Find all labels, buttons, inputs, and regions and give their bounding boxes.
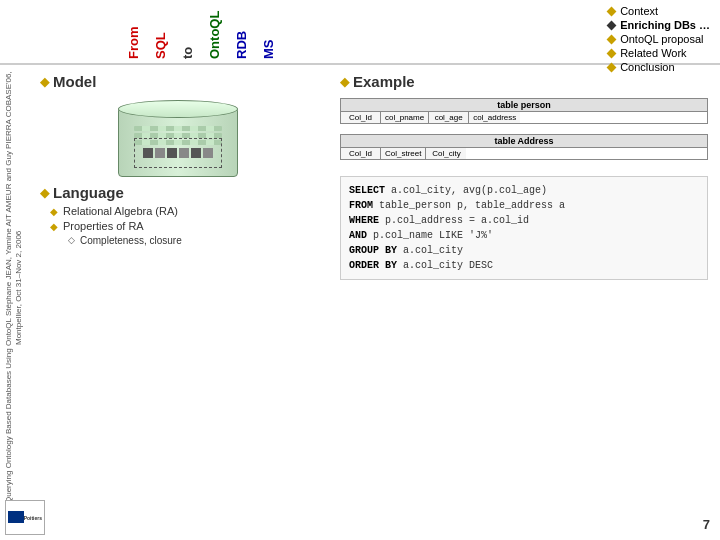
bottom-logos: Poitiers	[5, 500, 45, 535]
sql-text-groupby: a.col_city	[397, 245, 463, 256]
sql-line-2: FROM table_person p, table_address a	[349, 198, 699, 213]
sub-bullet-1: ◇	[68, 235, 75, 245]
block-4	[179, 148, 189, 158]
sql-text-select: a.col_city, avg(p.col_age)	[385, 185, 547, 196]
sql-kw-select: SELECT	[349, 185, 385, 196]
lang-ra-label: Relational Algebra (RA)	[63, 205, 178, 217]
sql-kw-from: FROM	[349, 200, 373, 211]
sql-line-1: SELECT a.col_city, avg(p.col_age)	[349, 183, 699, 198]
table-address-header: table Address	[341, 135, 707, 148]
lang-item-props: ◆ Properties of RA	[50, 220, 316, 232]
cylinder-top	[118, 100, 238, 118]
table-person-row: Col_Id col_pname col_age col_address	[341, 112, 707, 123]
logo-university: Poitiers	[5, 500, 45, 535]
rotated-titles: From SQL to OntoQL RDB MS	[120, 0, 282, 63]
nav-bullet-ontoql	[607, 34, 617, 44]
nav-item-context[interactable]: Context	[607, 5, 710, 17]
block-3	[167, 148, 177, 158]
nav-bullet-context	[607, 6, 617, 16]
left-panel: Model	[28, 65, 328, 505]
sql-line-3: WHERE p.col_address = a.col_id	[349, 213, 699, 228]
lang-props-label: Properties of RA	[63, 220, 144, 232]
right-panel: Example table person Col_Id col_pname co…	[328, 65, 720, 505]
title-ms: MS	[255, 3, 282, 63]
sql-line-6: ORDER BY a.col_city DESC	[349, 258, 699, 273]
stripe-1	[134, 126, 222, 131]
person-col-age: col_age	[429, 112, 469, 123]
model-section: Model	[40, 73, 316, 166]
example-title: Example	[340, 73, 708, 90]
nav-label-enriching: Enriching DBs …	[620, 19, 710, 31]
nav-item-ontoql[interactable]: OntoQL proposal	[607, 33, 710, 45]
sql-text-and: p.col_name LIKE 'J%'	[367, 230, 493, 241]
logical-blocks	[143, 148, 213, 158]
lang-item-ra: ◆ Relational Algebra (RA)	[50, 205, 316, 217]
person-col-pname: col_pname	[381, 112, 429, 123]
nav-label-ontoql: OntoQL proposal	[620, 33, 703, 45]
sql-line-4: AND p.col_name LIKE 'J%'	[349, 228, 699, 243]
cylinder-wrapper	[108, 95, 248, 185]
nav-bullet-related	[607, 48, 617, 58]
address-col-city: Col_city	[426, 148, 466, 159]
block-6	[203, 148, 213, 158]
nav-bullet-enriching	[607, 20, 617, 30]
block-1	[143, 148, 153, 158]
title-to: to	[174, 3, 201, 63]
model-title: Model	[40, 73, 316, 90]
address-col-id: Col_Id	[341, 148, 381, 159]
sql-block: SELECT a.col_city, avg(p.col_age) FROM t…	[340, 176, 708, 280]
sql-kw-orderby: ORDER BY	[349, 260, 397, 271]
person-col-id: Col_Id	[341, 112, 381, 123]
right-nav: Context Enriching DBs … OntoQL proposal …	[607, 5, 710, 73]
sql-kw-and: AND	[349, 230, 367, 241]
cylinder-area: system catalog logical model	[40, 95, 316, 166]
lang-bullet-1: ◆	[50, 206, 58, 217]
nav-item-related[interactable]: Related Work	[607, 47, 710, 59]
sql-text-orderby: a.col_city DESC	[397, 260, 493, 271]
nav-label-related: Related Work	[620, 47, 686, 59]
person-col-address: col_address	[469, 112, 520, 123]
sql-line-5: GROUP BY a.col_city	[349, 243, 699, 258]
example-tables: table person Col_Id col_pname col_age co…	[340, 98, 708, 164]
title-from: From	[120, 3, 147, 63]
language-title: Language	[40, 184, 316, 201]
title-sql: SQL	[147, 3, 174, 63]
main-content: Model	[28, 65, 720, 505]
block-2	[155, 148, 165, 158]
title-onto: OntoQL	[201, 3, 228, 63]
table-person-header: table person	[341, 99, 707, 112]
language-section: Language ◆ Relational Algebra (RA) ◆ Pro…	[40, 184, 316, 247]
sql-text-from: table_person p, table_address a	[373, 200, 565, 211]
sql-text-where: p.col_address = a.col_id	[379, 215, 529, 226]
lang-sub-label: Completeness, closure	[80, 235, 182, 246]
block-5	[191, 148, 201, 158]
vertical-label: Querying Ontology Based Databases Using …	[4, 65, 23, 510]
table-address: table Address Col_Id Col_street Col_city	[340, 134, 708, 160]
table-address-row: Col_Id Col_street Col_city	[341, 148, 707, 159]
logical-model-box	[134, 138, 222, 168]
nav-item-enriching[interactable]: Enriching DBs …	[607, 19, 710, 31]
lang-bullet-2: ◆	[50, 221, 58, 232]
left-vertical-text: Querying Ontology Based Databases Using …	[0, 65, 28, 510]
sql-kw-where: WHERE	[349, 215, 379, 226]
sql-kw-groupby: GROUP BY	[349, 245, 397, 256]
address-col-street: Col_street	[381, 148, 426, 159]
lang-sub-item: ◇ Completeness, closure	[68, 235, 316, 246]
title-rdb: RDB	[228, 3, 255, 63]
page-number: 7	[703, 517, 710, 532]
table-person: table person Col_Id col_pname col_age co…	[340, 98, 708, 124]
nav-label-context: Context	[620, 5, 658, 17]
language-items: ◆ Relational Algebra (RA) ◆ Properties o…	[50, 205, 316, 246]
